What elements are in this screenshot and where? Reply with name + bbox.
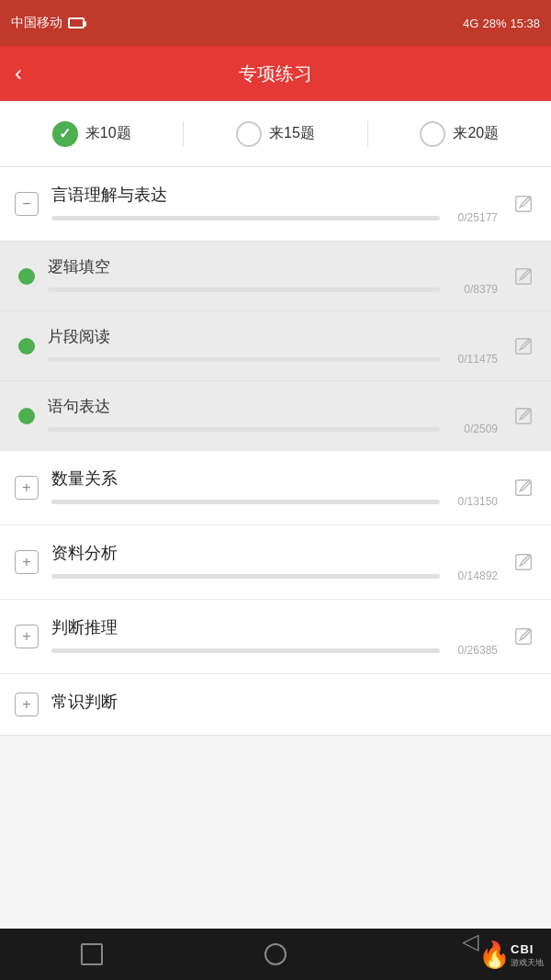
signal-label: 4G [463,17,478,30]
progress-text-yy: 0/25177 [447,211,498,224]
bottom-nav: ◁ 🔥 CBI 游戏天地 [0,929,551,980]
sub-name-yjbd: 语句表达 [48,396,498,417]
progress-bar-sl [51,500,440,504]
progress-bar-pdzd [48,357,440,362]
svg-rect-3 [516,408,532,423]
nav-square-area[interactable] [0,943,184,965]
progress-wrap-yy: 0/25177 [51,211,498,224]
progress-bar-zl [51,574,440,579]
progress-wrap-yjbd: 0/2509 [48,422,498,435]
sub-name-pdzd: 片段阅读 [48,326,498,347]
svg-rect-2 [516,338,532,354]
header: ‹ 专项练习 [0,46,551,101]
edit-icon-zl[interactable] [511,549,536,575]
progress-wrap-pdzd: 0/11475 [48,353,498,366]
sub-dot-ljk [18,268,35,285]
category-name-yy: 言语理解与表达 [51,184,498,206]
carrier-icon [68,17,84,28]
count-option-10[interactable]: 来10题 [0,121,184,147]
main-content: − 言语理解与表达 0/25177 逻辑填空 [0,167,551,929]
sub-info-pdzd: 片段阅读 0/11475 [48,326,498,366]
time-label: 15:38 [510,17,540,30]
status-left: 中国移动 [11,15,84,31]
status-right: 4G 28% 15:38 [463,17,540,30]
page-title: 专项练习 [239,62,312,86]
nav-circle-area[interactable] [184,943,367,965]
category-header-zl[interactable]: + 资料分析 0/14892 [0,525,551,599]
cbi-text: CBI [511,942,534,956]
progress-text-pdzd: 0/11475 [447,353,498,366]
category-pd: + 判断推理 0/26385 [0,600,551,674]
edit-icon-pd[interactable] [511,624,536,649]
count-label-20: 来20题 [453,124,499,143]
nav-circle-icon [264,943,287,965]
count-radio-20 [420,121,445,147]
category-header-yy[interactable]: − 言语理解与表达 0/25177 [0,167,551,241]
count-radio-15 [236,121,262,147]
sub-item-yjbd: 语句表达 0/2509 [0,380,551,450]
progress-wrap-sl: 0/13150 [51,495,498,508]
svg-rect-1 [516,268,532,284]
edit-icon-ljk[interactable] [511,264,536,289]
category-sl: + 数量关系 0/13150 [0,451,551,525]
count-option-20[interactable]: 来20题 [368,121,551,147]
edit-icon-sl[interactable] [511,475,536,501]
category-info-sl: 数量关系 0/13150 [51,467,498,508]
sub-info-yjbd: 语句表达 0/2509 [48,396,498,435]
progress-bar-ljk [48,287,440,292]
count-label-10: 来10题 [85,124,131,143]
expand-icon-zl: + [15,550,39,574]
sub-dot-pdzd [18,338,35,355]
sub-info-ljk: 逻辑填空 0/8379 [48,256,498,296]
count-options-row: 来10题 来15题 来20题 [0,101,551,167]
edit-icon-yy[interactable] [511,191,536,217]
progress-bar-pd [51,648,440,653]
category-header-cs[interactable]: + 常识判断 [0,674,551,735]
cbi-label-group: CBI 游戏天地 [511,941,544,969]
cbi-badge: 🔥 CBI 游戏天地 [478,929,551,980]
cbi-fire-icon: 🔥 [478,940,511,970]
progress-wrap-pd: 0/26385 [51,644,498,657]
svg-rect-5 [516,555,532,570]
battery-label: 28% [482,17,506,30]
edit-icon-pdzd[interactable] [511,333,536,359]
expand-icon-pd: + [15,625,39,648]
nav-square-icon [81,943,103,965]
sub-dot-yjbd [18,408,35,424]
sub-item-ljk: 逻辑填空 0/8379 [0,241,551,310]
expand-icon-yy: − [15,192,39,216]
progress-text-ljk: 0/8379 [447,283,498,296]
edit-icon-yjbd[interactable] [511,403,536,429]
sub-item-pdzd: 片段阅读 0/11475 [0,310,551,380]
category-info-zl: 资料分析 0/14892 [51,542,498,582]
nav-back-icon[interactable]: ◁ [462,929,478,980]
category-info-pd: 判断推理 0/26385 [51,616,498,657]
expand-icon-cs: + [15,693,39,716]
category-name-sl: 数量关系 [51,467,498,490]
count-option-15[interactable]: 来15题 [184,121,367,147]
category-header-sl[interactable]: + 数量关系 0/13150 [0,451,551,524]
progress-wrap-zl: 0/14892 [51,569,498,582]
carrier-label: 中国移动 [11,15,62,31]
category-zl: + 资料分析 0/14892 [0,525,551,600]
category-yy: − 言语理解与表达 0/25177 逻辑填空 [0,167,551,451]
svg-rect-4 [516,480,532,496]
progress-bar-yjbd [48,427,440,432]
svg-rect-6 [516,629,532,645]
category-header-pd[interactable]: + 判断推理 0/26385 [0,600,551,673]
progress-wrap-ljk: 0/8379 [48,283,498,296]
category-info-yy: 言语理解与表达 0/25177 [51,184,498,224]
progress-text-zl: 0/14892 [447,569,498,582]
category-name-pd: 判断推理 [51,616,498,638]
progress-text-sl: 0/13150 [447,495,498,508]
cbi-sub-text: 游戏天地 [511,957,544,969]
category-info-cs: 常识判断 [51,691,536,718]
sub-name-ljk: 逻辑填空 [48,256,498,277]
back-button[interactable]: ‹ [15,61,22,86]
category-name-zl: 资料分析 [51,542,498,564]
svg-rect-0 [516,197,532,212]
expand-icon-sl: + [15,476,39,500]
progress-text-pd: 0/26385 [447,644,498,657]
count-radio-10 [52,121,78,147]
count-label-15: 来15题 [269,124,315,143]
